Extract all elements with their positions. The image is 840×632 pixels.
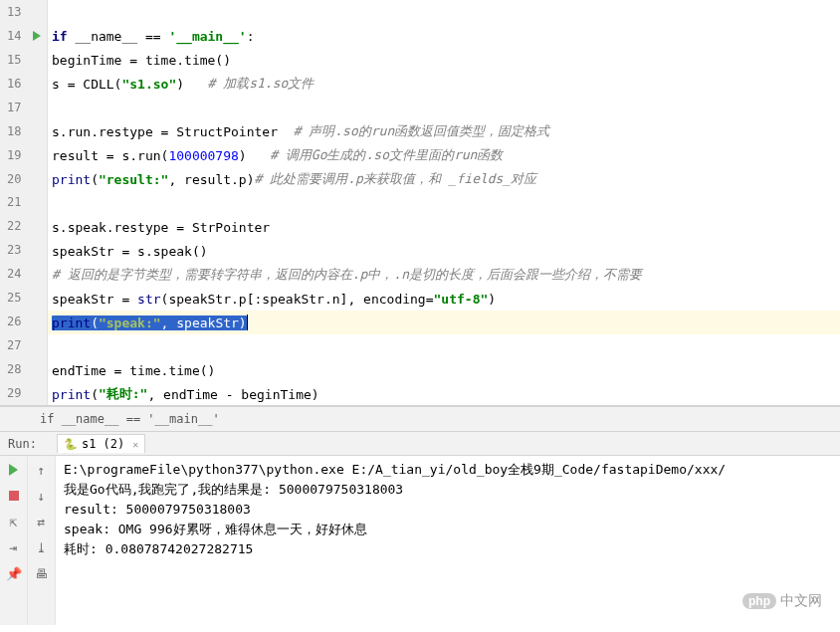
line-number: 29 <box>0 386 27 400</box>
watermark: php 中文网 <box>742 592 822 610</box>
console-line: 我是Go代码,我跑完了,我的结果是: 5000079750318003 <box>64 480 832 500</box>
code-line[interactable]: beginTime = time.time() <box>48 48 840 72</box>
run-toolbar-secondary: ↑ ↓ ⇄ ⤓ 🖶 <box>28 456 56 625</box>
console-output[interactable]: E:\programeFile\python377\python.exe E:/… <box>56 456 840 625</box>
code-line[interactable]: print("result:", result.p)# 此处需要调用.p来获取值… <box>48 167 840 191</box>
line-number: 27 <box>0 338 27 352</box>
run-tab-label: s1 (2) <box>82 437 124 451</box>
line-number: 16 <box>0 77 27 91</box>
line-number: 26 <box>0 315 27 328</box>
code-line[interactable]: s.speak.restype = StrPointer <box>48 215 840 239</box>
code-line[interactable]: print("speak:", speakStr) <box>48 311 840 334</box>
line-number: 21 <box>0 195 27 209</box>
code-line[interactable]: result = s.run(100000798) # 调用Go生成的.so文件… <box>48 143 840 167</box>
down-icon[interactable]: ↓ <box>34 488 50 504</box>
scroll-icon[interactable]: ⤓ <box>34 539 50 555</box>
line-number: 22 <box>0 219 27 233</box>
python-icon: 🐍 <box>64 438 78 451</box>
console-line: result: 5000079750318003 <box>64 500 832 520</box>
line-number: 20 <box>0 172 27 186</box>
code-line[interactable] <box>48 334 840 358</box>
code-line[interactable]: s.run.restype = StructPointer # 声明.so的ru… <box>48 119 840 143</box>
php-badge: php <box>742 593 776 609</box>
close-icon[interactable]: ✕ <box>132 439 138 450</box>
console-line: E:\programeFile\python377\python.exe E:/… <box>64 460 832 480</box>
code-line[interactable]: speakStr = s.speak() <box>48 239 840 263</box>
gutter: 13 14 15 16 17 18 19 20 21 22 23 24 25 2… <box>0 0 48 405</box>
code-line[interactable] <box>48 191 840 215</box>
run-tool-window: Run: 🐍 s1 (2) ✕ ⇱ ⇥ 📌 ↑ ↓ ⇄ ⤓ 🖶 E:\progr… <box>0 432 840 625</box>
up-icon[interactable]: ↑ <box>34 462 50 478</box>
wrap-icon[interactable]: ⇄ <box>34 514 50 529</box>
rerun-icon[interactable] <box>6 462 22 478</box>
line-number: 18 <box>0 124 27 138</box>
run-body: ⇱ ⇥ 📌 ↑ ↓ ⇄ ⤓ 🖶 E:\programeFile\python37… <box>0 456 840 625</box>
line-number: 13 <box>0 5 27 19</box>
code-line[interactable]: speakStr = str(speakStr.p[:speakStr.n], … <box>48 287 840 311</box>
console-line: 耗时: 0.08078742027282715 <box>64 539 832 559</box>
editor-area: 13 14 15 16 17 18 19 20 21 22 23 24 25 2… <box>0 0 840 406</box>
gutter-icon-slot[interactable] <box>27 31 47 41</box>
breadcrumb[interactable]: if __name__ == '__main__' <box>0 406 840 432</box>
line-number: 28 <box>0 362 27 376</box>
line-number: 17 <box>0 101 27 114</box>
code-line[interactable]: endTime = time.time() <box>48 358 840 382</box>
pin-icon[interactable]: 📌 <box>6 565 22 581</box>
print-icon[interactable]: 🖶 <box>34 565 50 581</box>
line-number: 25 <box>0 291 27 305</box>
code-area[interactable]: if __name__ == '__main__': beginTime = t… <box>48 0 840 405</box>
run-tab[interactable]: 🐍 s1 (2) ✕ <box>57 434 145 453</box>
text-selection: print("speak:", speakStr) <box>52 316 247 330</box>
line-number: 19 <box>0 148 27 162</box>
run-gutter-icon <box>33 31 41 41</box>
code-line[interactable] <box>48 96 840 119</box>
code-line[interactable]: # 返回的是字节类型，需要转字符串，返回的内容在.p中，.n是切的长度，后面会跟… <box>48 263 840 287</box>
line-number: 23 <box>0 243 27 257</box>
line-number: 24 <box>0 267 27 281</box>
line-number: 14 <box>0 29 27 43</box>
watermark-text: 中文网 <box>780 592 822 610</box>
breadcrumb-text: if __name__ == '__main__' <box>40 412 220 426</box>
text-caret <box>247 315 248 330</box>
line-number: 15 <box>0 53 27 67</box>
run-header: Run: 🐍 s1 (2) ✕ <box>0 432 840 456</box>
code-line[interactable]: s = CDLL("s1.so") # 加载s1.so文件 <box>48 72 840 96</box>
layout-icon[interactable]: ⇥ <box>6 539 22 555</box>
code-line[interactable] <box>48 0 840 24</box>
console-line: speak: OMG 996好累呀，难得休息一天，好好休息 <box>64 520 832 539</box>
run-label: Run: <box>8 437 37 451</box>
run-toolbar-primary: ⇱ ⇥ 📌 <box>0 456 28 625</box>
code-line[interactable]: if __name__ == '__main__': <box>48 24 840 48</box>
code-line[interactable]: print("耗时:", endTime - beginTime) <box>48 382 840 406</box>
exit-icon[interactable]: ⇱ <box>6 514 22 529</box>
stop-icon[interactable] <box>6 488 22 504</box>
